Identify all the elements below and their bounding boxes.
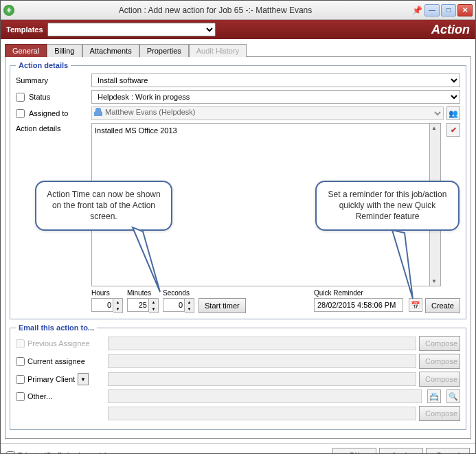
ok-button[interactable]: OK <box>332 448 376 454</box>
assigned-checkbox[interactable] <box>16 109 25 118</box>
hours-down[interactable]: ▼ <box>113 306 122 313</box>
maximize-button[interactable]: □ <box>441 4 456 16</box>
seconds-down[interactable]: ▼ <box>185 306 194 313</box>
seconds-up[interactable]: ▲ <box>185 299 194 306</box>
app-icon: + <box>3 5 14 16</box>
minutes-down[interactable]: ▼ <box>149 306 158 313</box>
email-fieldset: Email this action to... Previous Assigne… <box>10 324 466 430</box>
assigned-label: Assigned to <box>29 109 68 117</box>
footer: Private (Staff viewing only) OK Apply Ca… <box>1 443 475 454</box>
other-field-1 <box>108 389 422 403</box>
action-details-legend: Action details <box>16 61 71 69</box>
minimize-button[interactable]: — <box>424 4 440 16</box>
apply-button[interactable]: Apply <box>379 448 423 454</box>
templates-label: Templates <box>6 25 43 34</box>
prev-assignee-label: Previous Assignee <box>27 339 90 348</box>
minutes-input[interactable] <box>127 298 149 312</box>
summary-label: Summary <box>16 76 48 84</box>
curr-assignee-label: Current assignee <box>27 357 85 365</box>
minutes-up[interactable]: ▲ <box>149 299 158 306</box>
hours-input[interactable] <box>91 298 113 312</box>
status-label: Status <box>29 93 50 101</box>
private-label: Private (Staff viewing only) <box>18 451 107 454</box>
callout-action-time: Action Time can now be shown on the fron… <box>35 181 172 231</box>
tab-audit-history: Audit History <box>189 44 247 57</box>
user-icon <box>94 108 102 116</box>
other-label: Other... <box>27 392 52 400</box>
summary-select[interactable]: Install software <box>91 73 460 87</box>
prev-assignee-checkbox <box>16 339 25 348</box>
other-compose-button: Compose <box>419 406 460 421</box>
tab-general[interactable]: General <box>5 44 47 57</box>
callout-quick-reminder: Set a reminder for this job/action quick… <box>315 181 460 231</box>
primary-client-field <box>108 372 416 386</box>
close-button[interactable]: ✕ <box>457 4 473 16</box>
details-label: Action details <box>16 124 60 133</box>
create-reminder-button[interactable]: Create <box>425 298 460 313</box>
templates-select[interactable] <box>47 23 216 36</box>
brand-label: Action <box>431 23 470 37</box>
curr-assignee-checkbox[interactable] <box>16 357 25 366</box>
primary-client-checkbox[interactable] <box>16 375 25 384</box>
email-legend: Email this action to... <box>16 324 97 332</box>
curr-assignee-field <box>108 354 416 368</box>
curr-compose-button: Compose <box>419 354 460 369</box>
assigned-lookup-button[interactable]: 👥 <box>446 106 460 120</box>
tab-attachments[interactable]: Attachments <box>82 44 139 57</box>
templates-bar: Templates Action <box>1 20 475 39</box>
spellcheck-button[interactable]: ✔ <box>446 123 460 137</box>
status-checkbox[interactable] <box>16 93 25 102</box>
primary-compose-button: Compose <box>419 372 460 387</box>
status-select[interactable]: Helpdesk : Work in progess <box>91 90 460 104</box>
prev-assignee-field <box>108 337 416 350</box>
tabstrip: General Billing Attachments Properties A… <box>1 39 475 56</box>
titlebar: + Action : Add new action for Job 65 -:-… <box>1 1 475 20</box>
start-timer-button[interactable]: Start timer <box>199 298 246 313</box>
other-contacts-button[interactable]: 📇 <box>427 389 441 403</box>
seconds-label: Seconds <box>163 289 194 297</box>
tab-properties[interactable]: Properties <box>139 44 189 57</box>
other-search-button[interactable]: 🔍 <box>446 389 460 403</box>
primary-client-dropdown[interactable]: ▼ <box>78 373 89 385</box>
primary-client-label: Primary Client <box>27 375 75 383</box>
other-checkbox[interactable] <box>16 392 25 401</box>
tab-billing[interactable]: Billing <box>47 44 82 57</box>
cancel-button[interactable]: Cancel <box>426 448 470 454</box>
prev-compose-button: Compose <box>419 336 460 351</box>
hours-up[interactable]: ▲ <box>113 299 122 306</box>
private-checkbox[interactable] <box>6 451 15 455</box>
other-field-2 <box>108 407 416 420</box>
pin-icon[interactable]: 📌 <box>412 5 422 15</box>
seconds-input[interactable] <box>163 298 185 312</box>
window-title: Action : Add new action for Job 65 -:- M… <box>19 5 412 15</box>
